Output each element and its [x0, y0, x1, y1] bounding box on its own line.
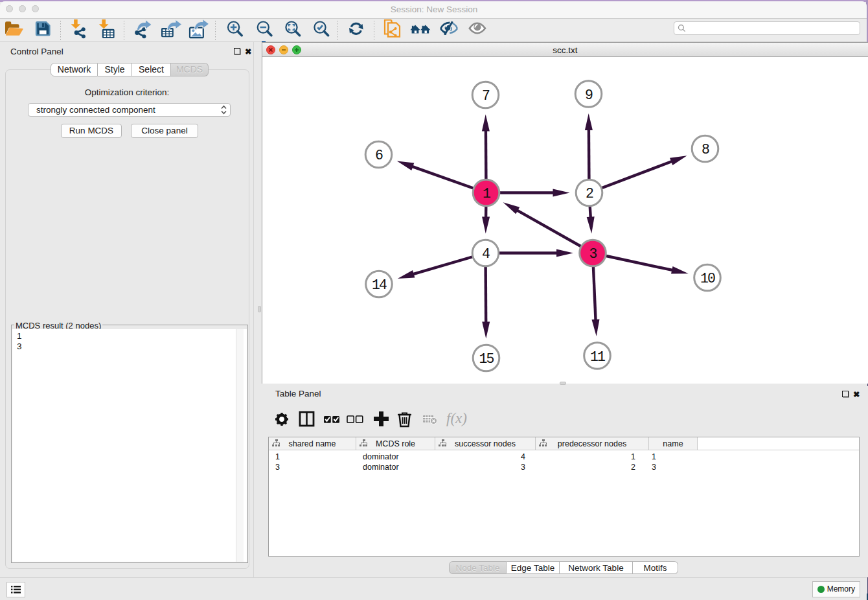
svg-text:1: 1	[483, 186, 490, 202]
svg-text:6: 6	[375, 148, 383, 163]
svg-text:15: 15	[479, 351, 494, 367]
svg-text:14: 14	[372, 277, 387, 293]
svg-text:8: 8	[702, 142, 709, 157]
svg-text:4: 4	[482, 246, 490, 262]
svg-text:3: 3	[589, 246, 597, 262]
svg-text:9: 9	[585, 87, 593, 103]
svg-text:2: 2	[586, 186, 593, 202]
svg-text:7: 7	[482, 88, 490, 104]
svg-text:10: 10	[700, 271, 715, 286]
svg-text:11: 11	[590, 349, 605, 365]
svg-text:f(x): f(x)	[446, 410, 467, 426]
